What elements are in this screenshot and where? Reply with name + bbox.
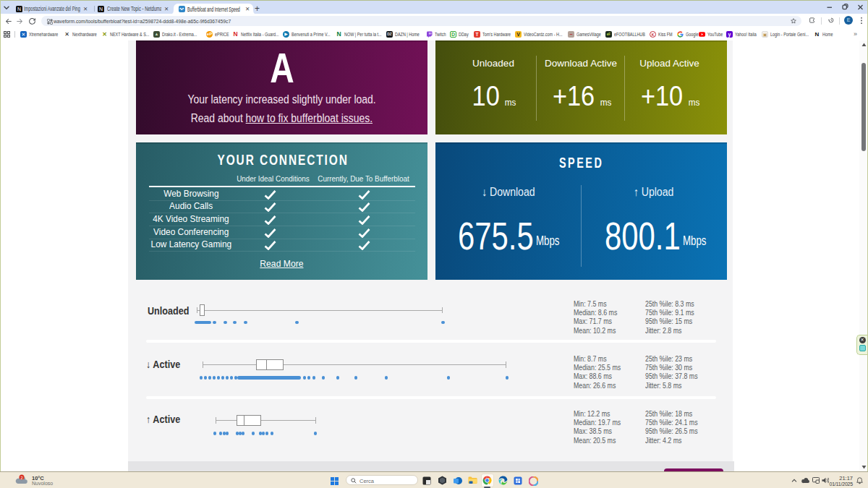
svg-text:N: N — [99, 7, 103, 12]
svg-text:2: 2 — [20, 476, 22, 480]
svg-text:N: N — [17, 7, 21, 12]
